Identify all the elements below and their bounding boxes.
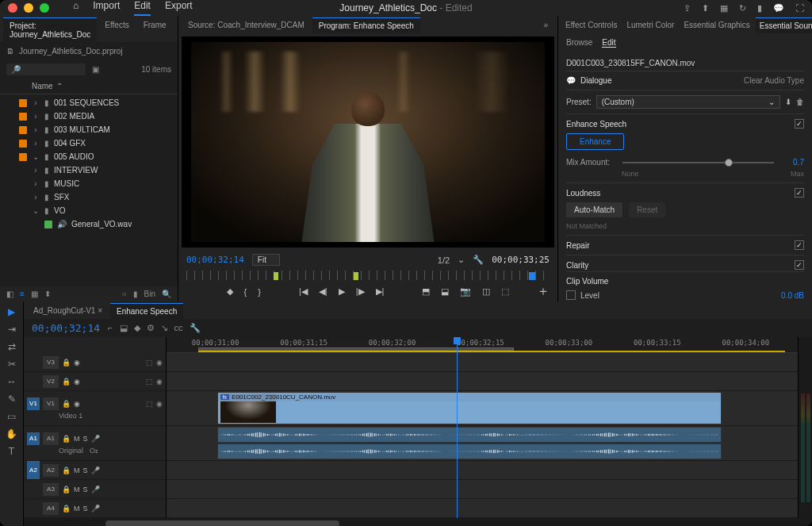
bin-item[interactable]: ⌄▮005 AUDIO	[0, 150, 178, 163]
mute-button[interactable]: M	[74, 466, 80, 474]
track-lane-a2[interactable]	[167, 461, 798, 480]
lock-icon[interactable]: 🔒	[62, 486, 71, 493]
solo-button[interactable]: S	[83, 486, 88, 493]
eye-icon[interactable]: ◉	[74, 400, 80, 408]
bin-item-file[interactable]: 🔊General_VO.wav	[0, 217, 178, 231]
track-header-v1[interactable]: V1V1 🔒 ◉ ⬚◉ Video 1	[24, 391, 166, 426]
bin-item[interactable]: ›▮INTERVIEW	[0, 163, 178, 177]
time-ruler[interactable]: 00;00;31;00 00;00;31;15 00;00;32;00 00;0…	[167, 337, 798, 353]
new-bin-icon[interactable]: ▮	[133, 290, 138, 298]
level-checkbox[interactable]	[566, 290, 576, 300]
track-lane-v1[interactable]: fx E001C002_230810CU_CANON.mov	[167, 391, 798, 426]
auto-match-button[interactable]: Auto-Match	[566, 202, 622, 217]
voice-over-icon[interactable]: 🎤	[91, 505, 100, 513]
go-to-out-icon[interactable]: ▶|	[376, 286, 385, 297]
master-audio-meter[interactable]	[798, 337, 812, 518]
add-marker-icon[interactable]: ◆	[134, 323, 140, 333]
tab-project[interactable]: Project: Journey_Athletics_Doc	[3, 17, 97, 42]
close-tab-icon[interactable]: ×	[98, 306, 102, 315]
progress-icon[interactable]: ↻	[739, 3, 746, 13]
export-frame-icon[interactable]: 📷	[460, 286, 471, 297]
sort-icon[interactable]: ⬍	[44, 290, 51, 298]
solo-button[interactable]: S	[83, 435, 88, 443]
zoom-fit-dropdown[interactable]: Fit	[252, 254, 280, 266]
workspace-export[interactable]: Export	[165, 0, 193, 16]
reset-button[interactable]: Reset	[629, 202, 665, 217]
track-header-a2[interactable]: A2A2 🔒 M S 🎤	[24, 461, 166, 480]
track-lane-a4[interactable]	[167, 499, 798, 518]
comparison-view-icon[interactable]: ◫	[482, 286, 490, 297]
enhance-speech-checkbox[interactable]	[795, 119, 804, 129]
fullscreen-icon[interactable]: ⛶	[795, 3, 804, 13]
tab-source-monitor[interactable]: Source: Coach_Interview_DCAM	[182, 17, 311, 33]
track-lane-a1[interactable]	[167, 426, 798, 461]
eye-icon[interactable]: ◉	[74, 378, 80, 386]
slip-tool-icon[interactable]: ↔	[7, 376, 17, 387]
tab-program-monitor[interactable]: Program: Enhance Speech	[312, 17, 420, 33]
freeform-view-icon[interactable]: ◧	[6, 290, 13, 298]
subtab-edit[interactable]: Edit	[602, 38, 615, 48]
chat-icon[interactable]: 💬	[773, 3, 784, 13]
mute-button[interactable]: M	[74, 505, 80, 513]
audio-clip-ch2[interactable]	[217, 443, 722, 459]
resolution-dropdown-icon[interactable]: ⌄	[458, 255, 465, 265]
in-marker[interactable]	[274, 272, 278, 280]
level-value[interactable]: 0.0 dB	[781, 291, 804, 300]
mix-amount-slider[interactable]	[622, 162, 774, 163]
icon-view-icon[interactable]: ▦	[31, 290, 38, 298]
clear-audio-type-button[interactable]: Clear Audio Type	[744, 76, 804, 85]
track-lane-v2[interactable]	[167, 372, 798, 391]
tab-essential-graphics[interactable]: Essential Graphics	[680, 17, 753, 33]
lock-icon[interactable]: 🔒	[62, 378, 71, 386]
tab-lumetri[interactable]: Lumetri Color	[622, 17, 678, 33]
lock-icon[interactable]: 🔒	[62, 435, 71, 443]
track-header-a3[interactable]: A3 🔒 M S 🎤	[24, 480, 166, 499]
linked-selection-icon[interactable]: ⬓	[120, 323, 128, 333]
timeline-tracks-area[interactable]: 00;00;31;00 00;00;31;15 00;00;32;00 00;0…	[167, 337, 798, 518]
rectangle-tool-icon[interactable]: ▭	[7, 411, 16, 422]
track-header-v2[interactable]: V2 🔒 ◉ ⬚◉	[24, 372, 166, 391]
workspaces-icon[interactable]: ▦	[720, 3, 728, 13]
bin-item[interactable]: ›▮SFX	[0, 190, 178, 204]
program-in-timecode[interactable]: 00;00;32;14	[186, 255, 244, 265]
home-button[interactable]: ⌂	[73, 0, 79, 16]
repair-section[interactable]: Repair	[566, 236, 804, 255]
track-lane-v3[interactable]	[167, 353, 798, 372]
panel-menu-icon[interactable]: »	[537, 17, 554, 33]
audio-type-tag[interactable]: 💬 Dialogue	[566, 76, 611, 85]
enhance-button[interactable]: Enhance	[566, 133, 624, 150]
sequence-tab-2[interactable]: Enhance Speech	[110, 303, 183, 319]
selection-tool-icon[interactable]: ▶	[8, 306, 15, 317]
mark-out-icon[interactable]: }	[258, 287, 261, 297]
hand-tool-icon[interactable]: ✋	[6, 428, 17, 440]
track-header-a4[interactable]: A4 🔒 M S 🎤	[24, 499, 166, 518]
toggle-output-icon[interactable]: ◉	[156, 378, 163, 386]
lift-icon[interactable]: ⬒	[422, 286, 430, 297]
mix-amount-value[interactable]: 0.7	[779, 158, 804, 167]
preset-dropdown[interactable]: (Custom) ⌄	[596, 95, 780, 109]
program-out-timecode[interactable]: 00;00;33;25	[492, 255, 550, 265]
out-marker[interactable]	[354, 272, 358, 280]
markers-icon[interactable]: ▮	[757, 3, 762, 13]
mute-button[interactable]: M	[74, 435, 80, 443]
lock-icon[interactable]: 🔒	[62, 466, 71, 474]
save-preset-icon[interactable]: ⬇	[785, 98, 791, 106]
subtab-browse[interactable]: Browse	[566, 38, 592, 48]
lock-icon[interactable]: 🔒	[62, 359, 71, 367]
toggle-output-icon[interactable]: ◉	[156, 359, 163, 367]
column-header[interactable]: Name ⌃	[0, 79, 178, 94]
mark-in-icon[interactable]: {	[244, 287, 247, 297]
audio-clip-ch1[interactable]	[217, 427, 722, 443]
pen-tool-icon[interactable]: ✎	[8, 394, 16, 405]
page-indicator[interactable]: 1/2	[438, 255, 450, 265]
timeline-wrench-icon[interactable]: 🔧	[190, 323, 201, 333]
tab-essential-sound[interactable]: Essential Sound	[756, 17, 812, 33]
voice-over-icon[interactable]: 🎤	[91, 486, 100, 493]
bin-item[interactable]: ›▮MUSIC	[0, 177, 178, 190]
sequence-tab-1[interactable]: Ad_RoughCut-V1 ×	[27, 303, 109, 319]
voice-over-icon[interactable]: 🎤	[91, 435, 100, 443]
timeline-zoom-scrollbar[interactable]	[24, 518, 812, 526]
minimize-window-button[interactable]	[24, 3, 33, 13]
sync-lock-icon[interactable]: ⬚	[146, 359, 153, 367]
share-icon[interactable]: ⬆	[702, 3, 709, 13]
